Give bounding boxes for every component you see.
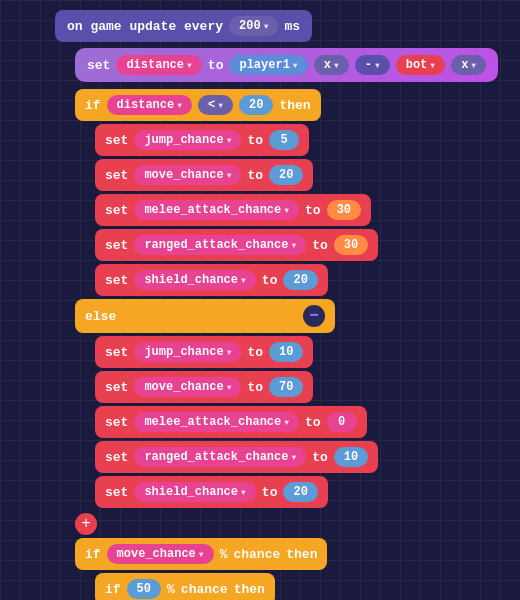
if-keyword: if [85,98,101,113]
else-keyword: else [85,309,116,324]
then-label3: then [234,582,265,597]
move-chance-val-if[interactable]: 20 [269,165,303,185]
move-chance-cond-pill[interactable]: move_chance ▼ [107,544,214,564]
jump-chance-pill-else[interactable]: jump_chance ▼ [134,342,241,362]
if-body: set jump_chance ▼ to 5 set move_chance ▼… [95,124,498,299]
set-melee-chance-else: set melee_attack_chance ▼ to 0 [95,406,498,438]
else-minus-button[interactable]: − [303,305,325,327]
ranged-chance-pill-else[interactable]: ranged_attack_chance ▼ [134,447,306,467]
set-ranged-block-else: set ranged_attack_chance ▼ to 10 [95,441,378,473]
interval-arrow: ▼ [264,22,269,31]
percent-label: % [220,547,228,562]
set-melee-chance-if: set melee_attack_chance ▼ to 30 [95,194,498,226]
shield-chance-pill-else[interactable]: shield_chance ▼ [134,482,255,502]
if-move-chance-block: if move_chance ▼ % chance then [75,538,327,570]
melee-chance-val-if[interactable]: 30 [327,200,361,220]
set-ranged-chance-else: set ranged_attack_chance ▼ to 10 [95,441,498,473]
jump-chance-val-if[interactable]: 5 [269,130,299,150]
set-shield-block-else: set shield_chance ▼ to 20 [95,476,328,508]
if-keyword3: if [105,582,121,597]
ranged-chance-val-if[interactable]: 30 [334,235,368,255]
shield-chance-val-if[interactable]: 20 [283,270,317,290]
then-label: then [279,98,310,113]
move-chance-val-else[interactable]: 70 [269,377,303,397]
melee-chance-pill-else[interactable]: melee_attack_chance ▼ [134,412,299,432]
set-label: set [87,58,110,73]
interval-pill[interactable]: 200 ▼ [229,16,278,36]
add-block-button[interactable]: + [75,513,97,535]
set-ranged-chance-if: set ranged_attack_chance ▼ to 30 [95,229,498,261]
set-move-chance-if: set move_chance ▼ to 20 [95,159,498,191]
distance-value-pill[interactable]: 20 [239,95,273,115]
fifty-val-pill[interactable]: 50 [127,579,161,599]
to-label: to [208,58,224,73]
set-jump-block-else: set jump_chance ▼ to 10 [95,336,313,368]
set-shield-chance-else: set shield_chance ▼ to 20 [95,476,498,508]
set-jump-block-if: set jump_chance ▼ to 5 [95,124,309,156]
set-melee-block-else: set melee_attack_chance ▼ to 0 [95,406,367,438]
else-row: else − [75,299,498,333]
event-label: on game update every [67,19,223,34]
if-50-chance-block: if 50 % chance then [95,573,275,600]
then-label2: then [286,547,317,562]
distance-var-pill[interactable]: distance ▼ [116,55,201,75]
shield-chance-val-else[interactable]: 20 [283,482,317,502]
set-ranged-block-if: set ranged_attack_chance ▼ to 30 [95,229,378,261]
unit-label: ms [284,19,300,34]
move-chance-pill-if[interactable]: move_chance ▼ [134,165,241,185]
set-move-block-if: set move_chance ▼ to 20 [95,159,313,191]
set-move-block-else: set move_chance ▼ to 70 [95,371,313,403]
melee-chance-pill-if[interactable]: melee_attack_chance ▼ [134,200,299,220]
set-melee-block-if: set melee_attack_chance ▼ to 30 [95,194,371,226]
bot-pill[interactable]: bot ▼ [396,55,445,75]
add-block-row: + [75,513,498,535]
else-block: else − [75,299,335,333]
jump-chance-pill[interactable]: jump_chance ▼ [134,130,241,150]
melee-chance-val-else[interactable]: 0 [327,412,357,432]
jump-chance-val-else[interactable]: 10 [269,342,303,362]
event-trigger-block: on game update every 200 ▼ ms [55,10,498,45]
if-distance-block: if distance ▼ < ▼ 20 then [75,89,321,121]
operator-pill[interactable]: < ▼ [198,95,233,115]
if-move-chance-row: if move_chance ▼ % chance then [75,538,498,570]
chance-label2: chance [181,582,228,597]
ranged-chance-val-else[interactable]: 10 [334,447,368,467]
minus-op-pill[interactable]: - ▼ [355,55,390,75]
set-move-chance-else: set move_chance ▼ to 70 [95,371,498,403]
set-shield-chance-if: set shield_chance ▼ to 20 [95,264,498,296]
x1-pill[interactable]: x ▼ [314,55,349,75]
percent-label2: % [167,582,175,597]
set-distance-row: set distance ▼ to player1 ▼ x ▼ - ▼ bot … [75,48,498,86]
chance-label: chance [233,547,280,562]
set-distance-block: set distance ▼ to player1 ▼ x ▼ - ▼ bot … [75,48,498,82]
move-chance-pill-else[interactable]: move_chance ▼ [134,377,241,397]
set-lbl: set [105,133,128,148]
if-50-chance-row: if 50 % chance then [95,573,498,600]
set-jump-chance-else: set jump_chance ▼ to 10 [95,336,498,368]
if-keyword2: if [85,547,101,562]
ranged-chance-pill-if[interactable]: ranged_attack_chance ▼ [134,235,306,255]
set-jump-chance-if: set jump_chance ▼ to 5 [95,124,498,156]
set-shield-block-if: set shield_chance ▼ to 20 [95,264,328,296]
distance-cond-pill[interactable]: distance ▼ [107,95,192,115]
player1-pill[interactable]: player1 ▼ [229,55,307,75]
x2-pill[interactable]: x ▼ [451,55,486,75]
if-distance-row: if distance ▼ < ▼ 20 then [75,89,498,121]
else-body: set jump_chance ▼ to 10 set move_chance … [95,336,498,511]
shield-chance-pill-if[interactable]: shield_chance ▼ [134,270,255,290]
